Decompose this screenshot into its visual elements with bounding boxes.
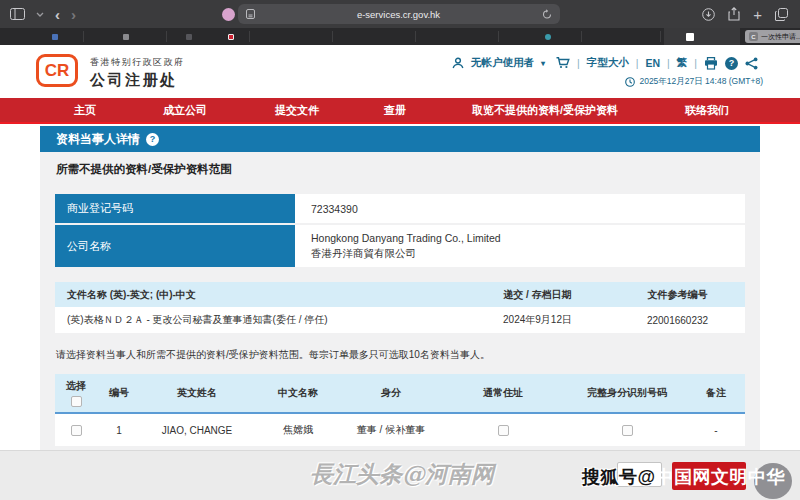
main-content: 资料当事人详情 ? 所需不提供的资料/受保护资料范围 商业登记号码 723343… [40, 126, 760, 450]
tab-favicon[interactable] [186, 34, 192, 40]
table-row: 1 JIAO, CHANGE 焦嫦娥 董事 / 候补董事 - [55, 414, 745, 446]
page-bottom: 長江头条@河南网 搜狐号@中国网文明中华 [0, 450, 800, 500]
user-icon [452, 57, 464, 69]
print-icon[interactable] [704, 57, 718, 70]
nav-item-protected-info[interactable]: 取览不提供的资料/受保护资料 [472, 98, 618, 122]
company-name-en: Hongkong Danyang Trading Co., Limited [311, 232, 745, 244]
utility-bar: 无帐户使用者 ▾ | 字型大小 | EN | 繁 | ? [452, 56, 758, 70]
agency-title: 香港特别行政区政府 公司注册处 [90, 56, 185, 90]
subject-capacity: 董事 / 候补董事 [343, 423, 439, 437]
share-page-icon[interactable] [745, 57, 758, 70]
gov-line: 香港特别行政区政府 [90, 56, 185, 69]
page-title-bar: 资料当事人详情 ? [40, 126, 760, 152]
downloads-icon[interactable] [702, 8, 715, 21]
separator: | [667, 57, 670, 69]
address-checkbox[interactable] [498, 425, 509, 436]
nav-item-contact[interactable]: 联络我们 [685, 98, 729, 122]
col-name-zh: 中文名称 [253, 386, 343, 400]
col-doc-name: 文件名称 (英)-英文; (中)-中文 [55, 288, 465, 302]
sidebar-icon[interactable] [10, 8, 25, 20]
instruction-text: 请选择资料当事人和所需不提供的资料/受保护资料范围。每宗订单最多只可选取10名资… [56, 348, 490, 362]
col-id-number: 完整身分识别号码 [567, 386, 687, 400]
nav-item-home[interactable]: 主页 [74, 98, 96, 122]
doc-ref: 22001660232 [610, 315, 745, 326]
back-button[interactable]: ‹ [55, 7, 60, 22]
nav-item-incorporation[interactable]: 成立公司 [163, 98, 207, 122]
reload-icon[interactable] [542, 9, 552, 20]
select-all-checkbox[interactable] [71, 396, 82, 407]
pinned-tab-label: 一次性申请... [761, 32, 800, 42]
col-select: 选择 [66, 379, 86, 393]
company-name-zh: 香港丹洋商貿有限公司 [311, 247, 745, 261]
page-title: 资料当事人详情 [56, 131, 140, 148]
separator: | [577, 57, 580, 69]
help-icon[interactable]: ? [725, 57, 738, 70]
user-caret-icon[interactable]: ▾ [541, 59, 545, 68]
browser-toolbar: ‹ › e-services.cr.gov.hk + [0, 0, 800, 28]
data-subjects-table: 选择 编号 英文姓名 中文名称 身分 通常住址 完整身分识别号码 备注 1 JI… [55, 374, 745, 446]
reader-view-icon[interactable] [246, 9, 255, 19]
nav-item-search[interactable]: 查册 [384, 98, 406, 122]
tab-favicon[interactable] [123, 34, 129, 40]
table-row: 商业登记号码 72334390 [55, 194, 745, 223]
font-size-control[interactable]: 字型大小 [587, 56, 629, 70]
row-select-checkbox[interactable] [71, 425, 82, 436]
cr-logo[interactable]: CR [36, 54, 78, 87]
user-menu[interactable]: 无帐户使用者 [471, 56, 534, 70]
company-info-table: 商业登记号码 72334390 公司名称 Hongkong Danyang Tr… [55, 194, 745, 269]
page-help-icon[interactable]: ? [146, 133, 159, 146]
subject-name-en: JIAO, CHANGE [141, 425, 253, 436]
main-nav: 主页 成立公司 提交文件 查册 取览不提供的资料/受保护资料 联络我们 [0, 98, 800, 124]
separator: | [694, 57, 697, 69]
separator: | [636, 57, 639, 69]
cart-icon[interactable] [556, 57, 570, 69]
section-heading: 所需不提供的资料/受保护资料范围 [56, 162, 232, 177]
brn-label: 商业登记号码 [55, 194, 295, 223]
table-row: 公司名称 Hongkong Danyang Trading Co., Limit… [55, 225, 745, 267]
document-table-header: 文件名称 (英)-英文; (中)-中文 递交 / 存档日期 文件参考编号 [55, 282, 745, 307]
lang-traditional[interactable]: 繁 [677, 56, 688, 70]
subject-name-zh: 焦嫦娥 [253, 423, 343, 437]
col-capacity: 身分 [343, 386, 439, 400]
site-header: CR 香港特别行政区政府 公司注册处 无帐户使用者 ▾ | 字型大小 | EN … [0, 45, 800, 98]
tab-favicon[interactable] [52, 34, 58, 40]
share-icon[interactable] [728, 7, 740, 21]
col-name-en: 英文姓名 [141, 386, 253, 400]
col-doc-date: 递交 / 存档日期 [465, 288, 610, 302]
dept-line: 公司注册处 [90, 71, 185, 90]
tab-overview-icon[interactable] [775, 8, 788, 21]
brn-value: 72334390 [311, 203, 745, 215]
pinned-tab[interactable]: C 一次性申请... [745, 30, 800, 43]
screen: ‹ › e-services.cr.gov.hk + [0, 0, 800, 500]
url-text: e-services.cr.gov.hk [255, 9, 542, 20]
active-tab[interactable] [664, 28, 740, 45]
document-table: 文件名称 (英)-英文; (中)-中文 递交 / 存档日期 文件参考编号 (英)… [55, 282, 745, 333]
extension-icon[interactable] [222, 8, 235, 21]
new-tab-icon[interactable]: + [753, 6, 762, 23]
forward-button[interactable]: › [71, 7, 76, 22]
address-bar[interactable]: e-services.cr.gov.hk [238, 4, 560, 24]
lang-en[interactable]: EN [645, 57, 660, 69]
tab-favicon[interactable] [228, 34, 234, 40]
tab-favicon[interactable] [686, 33, 694, 41]
tab-strip: C 一次性申请... [0, 28, 800, 45]
subject-no: 1 [97, 425, 141, 436]
col-no: 编号 [97, 386, 141, 400]
col-address: 通常住址 [439, 386, 567, 400]
id-number-checkbox[interactable] [622, 425, 633, 436]
company-name-label: 公司名称 [55, 225, 295, 267]
subjects-table-header: 选择 编号 英文姓名 中文名称 身分 通常住址 完整身分识别号码 备注 [55, 374, 745, 414]
tab-favicon[interactable] [545, 34, 551, 40]
right-watermark: 搜狐号@中国网文明中华 [582, 465, 785, 489]
table-row: (英)表格ＮＤ２Ａ - 更改公司秘書及董事通知書(委任 / 停任) 2024年9… [55, 307, 745, 333]
timestamp: 2025年12月27日 14:48 (GMT+8) [625, 76, 763, 88]
watermark-sohu: 搜狐号@ [582, 467, 656, 487]
center-watermark: 長江头条@河南网 [310, 459, 494, 490]
col-remark: 备注 [687, 386, 745, 400]
clock-icon [625, 77, 635, 87]
sidebar-chevron-icon[interactable] [36, 12, 44, 17]
col-doc-ref: 文件参考编号 [610, 288, 745, 302]
doc-name: (英)表格ＮＤ２Ａ - 更改公司秘書及董事通知書(委任 / 停任) [55, 313, 465, 327]
nav-item-filing[interactable]: 提交文件 [275, 98, 319, 122]
pinned-tab-favicon: C [749, 32, 758, 41]
